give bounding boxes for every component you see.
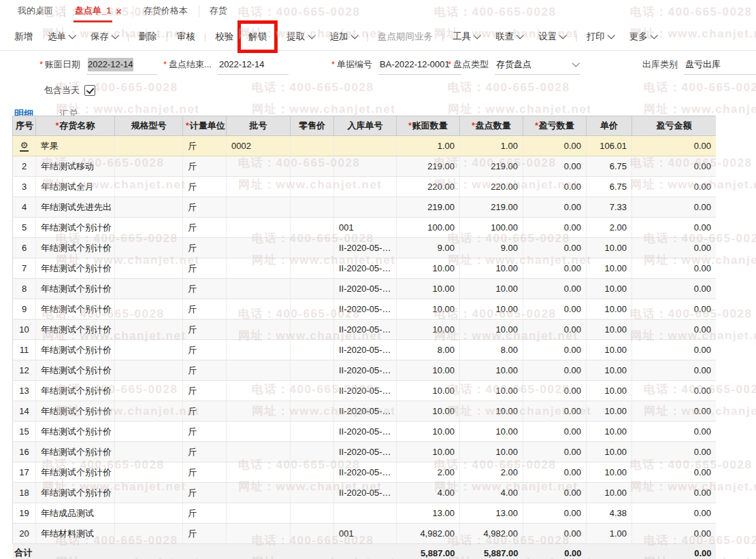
cell-batch[interactable] — [227, 279, 291, 299]
cell-diff[interactable]: 0.00 — [523, 381, 587, 401]
cell-spec[interactable] — [115, 156, 183, 177]
cell-counted[interactable]: 219.00 — [460, 197, 523, 218]
cell-counted[interactable]: 219.00 — [460, 156, 523, 177]
tab-close-icon[interactable]: × — [116, 7, 121, 16]
cell-retail[interactable] — [291, 422, 334, 442]
toolbar-button-工具[interactable]: 工具 — [445, 27, 488, 47]
cell-amount[interactable]: 0.00 — [632, 340, 717, 360]
cell-counted[interactable]: 10.00 — [460, 442, 523, 462]
cell-batch[interactable] — [227, 381, 291, 401]
cell-spec[interactable] — [115, 238, 183, 258]
cell-diff[interactable]: 0.00 — [523, 218, 587, 238]
cell-retail[interactable] — [291, 360, 334, 381]
cell-order[interactable]: II-2020-05-… — [334, 381, 397, 401]
cell-price[interactable]: 6.75 — [587, 156, 632, 177]
row-settings-gear-icon[interactable] — [20, 141, 29, 152]
cell-retail[interactable] — [291, 381, 334, 401]
cell-seq[interactable]: 3 — [13, 177, 36, 197]
include-today-checkbox[interactable] — [84, 85, 95, 96]
cell-name[interactable]: 年结测试个别计价 — [36, 422, 115, 442]
cell-book[interactable]: 2.00 — [397, 462, 460, 483]
cell-order[interactable]: II-2020-05-… — [334, 258, 397, 279]
cell-book[interactable]: 10.00 — [397, 442, 460, 462]
cell-book[interactable]: 100.00 — [397, 218, 460, 238]
cell-diff[interactable]: 0.00 — [523, 483, 587, 503]
cell-spec[interactable] — [115, 381, 183, 401]
cell-price[interactable]: 106.01 — [587, 136, 632, 156]
cell-batch[interactable] — [227, 340, 291, 360]
cell-seq[interactable]: 7 — [13, 258, 36, 279]
cell-diff[interactable]: 0.00 — [523, 177, 587, 197]
cell-counted[interactable]: 9.00 — [460, 238, 523, 258]
cell-price[interactable]: 6.75 — [587, 177, 632, 197]
cell-retail[interactable] — [291, 177, 334, 197]
cell-price[interactable]: 10.00 — [587, 381, 632, 401]
cell-name[interactable]: 年结测试个别计价 — [36, 360, 115, 381]
cell-amount[interactable]: 0.00 — [632, 299, 717, 320]
cell-diff[interactable]: 0.00 — [523, 136, 587, 156]
cell-book[interactable]: 1.00 — [397, 136, 460, 156]
cell-seq[interactable]: 19 — [13, 503, 36, 524]
cell-seq[interactable]: 15 — [13, 422, 36, 442]
cell-amount[interactable]: 0.00 — [632, 177, 717, 197]
cell-retail[interactable] — [291, 238, 334, 258]
cell-name[interactable]: 苹果 — [36, 136, 115, 156]
cell-book[interactable]: 10.00 — [397, 258, 460, 279]
cell-amount[interactable]: 0.00 — [632, 238, 717, 258]
cell-counted[interactable]: 10.00 — [460, 401, 523, 422]
cell-book[interactable]: 10.00 — [397, 360, 460, 381]
cell-retail[interactable] — [291, 503, 334, 524]
cell-batch[interactable] — [227, 320, 291, 340]
cell-order[interactable] — [334, 197, 397, 218]
cell-amount[interactable]: 0.00 — [632, 136, 717, 156]
cell-batch[interactable] — [227, 258, 291, 279]
cell-price[interactable]: 1.00 — [587, 524, 632, 544]
cell-unit[interactable]: 斤 — [183, 279, 227, 299]
cell-retail[interactable] — [291, 258, 334, 279]
toolbar-button-盘点期间业务[interactable]: 盘点期间业务 — [370, 27, 440, 47]
cell-book[interactable]: 4,982.00 — [397, 524, 460, 544]
cell-price[interactable]: 10.00 — [587, 401, 632, 422]
cell-order[interactable] — [334, 177, 397, 197]
tab-我的桌面[interactable]: 我的桌面 — [7, 0, 64, 22]
toolbar-button-设置[interactable]: 设置 — [531, 27, 574, 47]
cell-book[interactable]: 10.00 — [397, 279, 460, 299]
cell-spec[interactable] — [115, 279, 183, 299]
cell-order[interactable]: 001 — [334, 218, 397, 238]
cell-book[interactable]: 220.00 — [397, 177, 460, 197]
cell-diff[interactable]: 0.00 — [523, 360, 587, 381]
tab-存货[interactable]: 存货 — [199, 0, 238, 22]
cell-counted[interactable]: 10.00 — [460, 360, 523, 381]
cell-amount[interactable]: 0.00 — [632, 197, 717, 218]
cell-amount[interactable]: 0.00 — [632, 381, 717, 401]
cell-book[interactable]: 219.00 — [397, 156, 460, 177]
cell-unit[interactable]: 斤 — [183, 462, 227, 483]
cell-diff[interactable]: 0.00 — [523, 503, 587, 524]
cell-unit[interactable]: 斤 — [183, 258, 227, 279]
cell-retail[interactable] — [291, 401, 334, 422]
cell-book[interactable]: 219.00 — [397, 197, 460, 218]
cell-price[interactable]: 10.00 — [587, 320, 632, 340]
cell-book[interactable]: 10.00 — [397, 299, 460, 320]
cell-price[interactable]: 10.00 — [587, 340, 632, 360]
cell-batch[interactable] — [227, 238, 291, 258]
cell-price[interactable]: 10.00 — [587, 360, 632, 381]
cell-counted[interactable]: 10.00 — [460, 320, 523, 340]
cell-batch[interactable] — [227, 524, 291, 544]
cell-order[interactable]: II-2020-05-… — [334, 462, 397, 483]
cell-batch[interactable] — [227, 156, 291, 177]
cell-spec[interactable] — [115, 136, 183, 156]
cell-seq[interactable]: 10 — [13, 320, 36, 340]
cell-book[interactable]: 10.00 — [397, 381, 460, 401]
cell-spec[interactable] — [115, 360, 183, 381]
cell-amount[interactable]: 0.00 — [632, 462, 717, 483]
cell-spec[interactable] — [115, 320, 183, 340]
cell-seq[interactable]: 4 — [13, 197, 36, 218]
cell-book[interactable]: 4.00 — [397, 483, 460, 503]
cell-amount[interactable]: 0.00 — [632, 483, 717, 503]
cell-order[interactable] — [334, 156, 397, 177]
cell-order[interactable]: II-2020-05-… — [334, 340, 397, 360]
cell-price[interactable]: 10.00 — [587, 422, 632, 442]
cell-diff[interactable]: 0.00 — [523, 462, 587, 483]
cell-spec[interactable] — [115, 197, 183, 218]
